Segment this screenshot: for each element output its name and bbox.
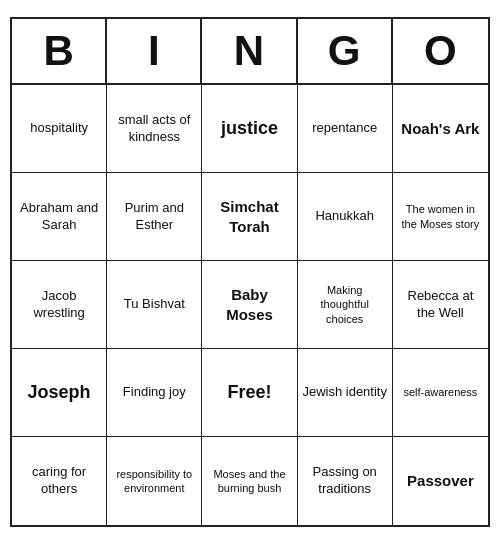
bingo-cell-5: Abraham and Sarah (12, 173, 107, 261)
bingo-cell-1: small acts of kindness (107, 85, 202, 173)
bingo-cell-20: caring for others (12, 437, 107, 525)
bingo-letter-o: O (393, 19, 488, 83)
bingo-cell-7: Simchat Torah (202, 173, 297, 261)
bingo-cell-3: repentance (298, 85, 393, 173)
bingo-grid: hospitalitysmall acts of kindnessjustice… (12, 85, 488, 525)
bingo-cell-0: hospitality (12, 85, 107, 173)
bingo-cell-19: self-awareness (393, 349, 488, 437)
bingo-cell-22: Moses and the burning bush (202, 437, 297, 525)
bingo-cell-10: Jacob wrestling (12, 261, 107, 349)
bingo-cell-15: Joseph (12, 349, 107, 437)
bingo-letter-b: B (12, 19, 107, 83)
bingo-cell-11: Tu Bishvat (107, 261, 202, 349)
bingo-cell-14: Rebecca at the Well (393, 261, 488, 349)
bingo-cell-18: Jewish identity (298, 349, 393, 437)
bingo-letter-g: G (298, 19, 393, 83)
bingo-cell-12: Baby Moses (202, 261, 297, 349)
bingo-cell-8: Hanukkah (298, 173, 393, 261)
bingo-cell-24: Passover (393, 437, 488, 525)
bingo-letter-i: I (107, 19, 202, 83)
bingo-cell-2: justice (202, 85, 297, 173)
bingo-cell-4: Noah's Ark (393, 85, 488, 173)
bingo-cell-9: The women in the Moses story (393, 173, 488, 261)
bingo-cell-21: responsibility to environment (107, 437, 202, 525)
bingo-cell-16: Finding joy (107, 349, 202, 437)
bingo-header: BINGO (12, 19, 488, 85)
bingo-cell-17: Free! (202, 349, 297, 437)
bingo-cell-23: Passing on traditions (298, 437, 393, 525)
bingo-letter-n: N (202, 19, 297, 83)
bingo-cell-6: Purim and Esther (107, 173, 202, 261)
bingo-card: BINGO hospitalitysmall acts of kindnessj… (10, 17, 490, 527)
bingo-cell-13: Making thoughtful choices (298, 261, 393, 349)
